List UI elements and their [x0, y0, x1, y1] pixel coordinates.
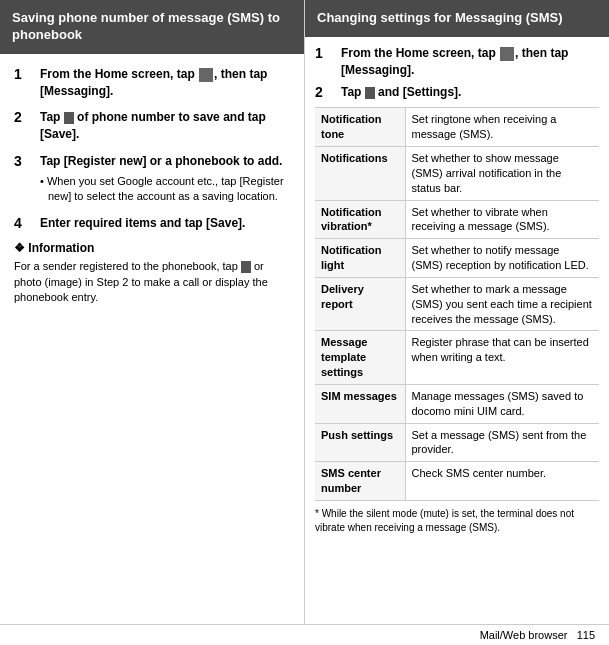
table-cell-label: Notification light — [315, 239, 405, 278]
step-text-1: From the Home screen, tap , then tap [Me… — [40, 66, 290, 100]
table-cell-value: Register phrase that can be inserted whe… — [405, 331, 599, 385]
info-text: For a sender registered to the phonebook… — [14, 259, 290, 305]
step-num-4: 4 — [14, 215, 34, 231]
right-step-num-2: 2 — [315, 84, 335, 100]
left-panel: Saving phone number of message (SMS) to … — [0, 0, 305, 624]
left-header: Saving phone number of message (SMS) to … — [0, 0, 304, 54]
right-step-2: 2 Tap and [Settings]. — [315, 84, 599, 101]
contact-icon-info — [241, 261, 251, 273]
table-row: Notification toneSet ringtone when recei… — [315, 108, 599, 147]
table-cell-label: Message template settings — [315, 331, 405, 385]
table-cell-label: Delivery report — [315, 277, 405, 331]
settings-table: Notification toneSet ringtone when recei… — [315, 107, 599, 501]
step-3-sub-item: When you set Google account etc., tap [R… — [40, 174, 290, 205]
left-step-2: 2 Tap of phone number to save and tap [S… — [14, 109, 290, 143]
table-cell-label: Notifications — [315, 146, 405, 200]
right-title: Changing settings for Messaging (SMS) — [317, 10, 563, 25]
table-cell-value: Set whether to show message (SMS) arriva… — [405, 146, 599, 200]
table-cell-value: Check SMS center number. — [405, 462, 599, 501]
step-num-1: 1 — [14, 66, 34, 82]
table-row: Notification vibration*Set whether to vi… — [315, 200, 599, 239]
table-cell-value: Set whether to notify message (SMS) rece… — [405, 239, 599, 278]
right-body: 1 From the Home screen, tap , then tap [… — [305, 37, 609, 543]
right-panel: Changing settings for Messaging (SMS) 1 … — [305, 0, 609, 624]
table-row: NotificationsSet whether to show message… — [315, 146, 599, 200]
table-cell-label: Notification tone — [315, 108, 405, 147]
left-step-4: 4 Enter required items and tap [Save]. — [14, 215, 290, 232]
table-row: Delivery reportSet whether to mark a mes… — [315, 277, 599, 331]
footer-label-text: Mail/Web browser — [480, 629, 568, 641]
table-cell-label: SIM messages — [315, 384, 405, 423]
step-3-sub: When you set Google account etc., tap [R… — [40, 174, 290, 205]
table-row: SMS center numberCheck SMS center number… — [315, 462, 599, 501]
info-title: Information — [14, 241, 290, 255]
contact-icon — [64, 112, 74, 124]
step-num-2: 2 — [14, 109, 34, 125]
step-num-3: 3 — [14, 153, 34, 169]
table-cell-value: Set whether to mark a message (SMS) you … — [405, 277, 599, 331]
main-content: Saving phone number of message (SMS) to … — [0, 0, 609, 624]
table-cell-label: SMS center number — [315, 462, 405, 501]
table-cell-value: Set ringtone when receiving a message (S… — [405, 108, 599, 147]
table-row: Push settingsSet a message (SMS) sent fr… — [315, 423, 599, 462]
table-cell-label: Notification vibration* — [315, 200, 405, 239]
table-row: Notification lightSet whether to notify … — [315, 239, 599, 278]
footer-label: Mail/Web browser 115 — [480, 629, 595, 641]
info-box: Information For a sender registered to t… — [14, 241, 290, 305]
left-step-3: 3 Tap [Register new] or a phonebook to a… — [14, 153, 290, 205]
table-cell-value: Set whether to vibrate when receiving a … — [405, 200, 599, 239]
step-text-3: Tap [Register new] or a phonebook to add… — [40, 153, 290, 205]
footer: Mail/Web browser 115 — [0, 624, 609, 645]
left-title: Saving phone number of message (SMS) to … — [12, 10, 280, 42]
right-header: Changing settings for Messaging (SMS) — [305, 0, 609, 37]
left-body: 1 From the Home screen, tap , then tap [… — [0, 54, 304, 318]
right-step-1: 1 From the Home screen, tap , then tap [… — [315, 45, 599, 79]
table-row: Message template settingsRegister phrase… — [315, 331, 599, 385]
right-step-text-2: Tap and [Settings]. — [341, 84, 461, 101]
menu-icon — [365, 87, 375, 99]
footer-page: 115 — [577, 629, 595, 641]
step-text-2: Tap of phone number to save and tap [Sav… — [40, 109, 290, 143]
apps-icon — [199, 68, 213, 82]
table-cell-value: Manage messages (SMS) saved to docomo mi… — [405, 384, 599, 423]
table-row: SIM messagesManage messages (SMS) saved … — [315, 384, 599, 423]
left-step-1: 1 From the Home screen, tap , then tap [… — [14, 66, 290, 100]
footnote: * While the silent mode (mute) is set, t… — [315, 507, 599, 535]
table-cell-label: Push settings — [315, 423, 405, 462]
apps-icon-right — [500, 47, 514, 61]
right-step-text-1: From the Home screen, tap , then tap [Me… — [341, 45, 599, 79]
step-text-4: Enter required items and tap [Save]. — [40, 215, 245, 232]
right-step-num-1: 1 — [315, 45, 335, 61]
table-cell-value: Set a message (SMS) sent from the provid… — [405, 423, 599, 462]
